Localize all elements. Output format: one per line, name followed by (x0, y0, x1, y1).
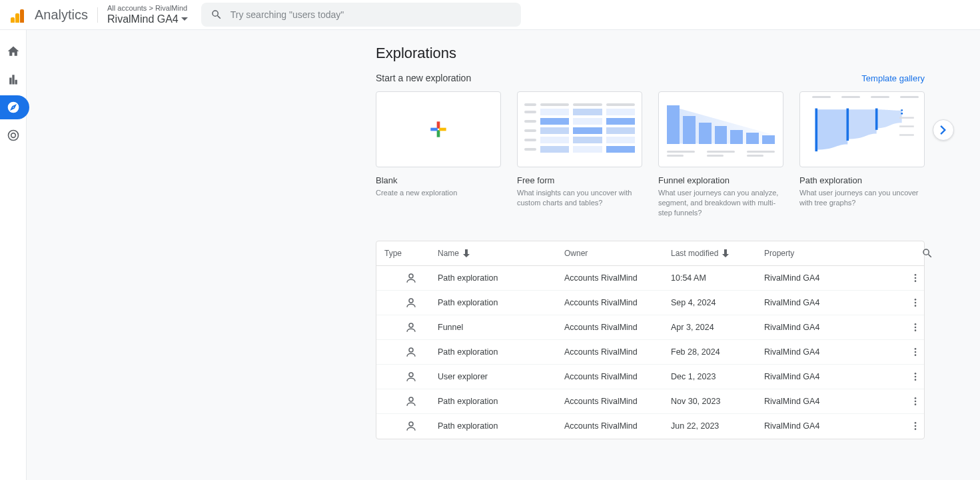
nav-rail (0, 30, 27, 480)
cell-name: User explorer (438, 372, 564, 381)
table-row[interactable]: Path explorationAccounts RivalMindNov 30… (376, 389, 924, 414)
more-vert-icon (910, 396, 921, 407)
col-owner[interactable]: Owner (564, 249, 671, 258)
search-input[interactable] (201, 3, 521, 27)
property-picker[interactable]: All accounts > RivalMind RivalMind GA4 (107, 4, 188, 25)
template-gallery-link[interactable]: Template gallery (861, 73, 925, 83)
row-actions-button[interactable] (897, 396, 933, 407)
row-actions-button[interactable] (897, 421, 933, 431)
table-row[interactable]: Path explorationAccounts RivalMindFeb 28… (376, 340, 924, 365)
more-vert-icon (910, 347, 921, 357)
page-subtitle: Start a new exploration (376, 73, 471, 83)
svg-point-35 (915, 400, 917, 402)
cell-type (384, 321, 438, 333)
row-actions-button[interactable] (897, 347, 933, 357)
svg-point-30 (915, 373, 917, 375)
template-freeform[interactable]: Free form What insights can you uncover … (517, 91, 642, 218)
cell-modified: Feb 28, 2024 (671, 347, 764, 357)
row-actions-button[interactable] (897, 371, 933, 382)
nav-home[interactable] (4, 42, 23, 61)
svg-rect-4 (430, 128, 438, 131)
cell-modified: Sep 4, 2024 (671, 298, 764, 307)
cell-type (384, 272, 438, 284)
template-cards: Blank Create a new exploration (376, 91, 943, 218)
app-header: Analytics All accounts > RivalMind Rival… (0, 0, 980, 30)
person-icon (405, 272, 417, 284)
card-desc: Create a new exploration (376, 188, 501, 198)
cell-property: RivalMind GA4 (764, 347, 897, 357)
svg-point-38 (915, 422, 917, 424)
svg-rect-10 (899, 117, 914, 118)
svg-point-29 (409, 373, 413, 377)
svg-rect-5 (439, 128, 446, 131)
col-property[interactable]: Property (764, 249, 897, 258)
card-title: Path exploration (799, 175, 925, 185)
table-row[interactable]: Path explorationAccounts RivalMindJun 22… (376, 414, 924, 439)
svg-point-22 (915, 323, 917, 325)
table-search-button[interactable] (921, 247, 933, 259)
table-header-row: Type Name Owner Last modified Property (376, 241, 924, 266)
table-row[interactable]: Path explorationAccounts RivalMind10:54 … (376, 266, 924, 291)
card-desc: What user journeys can you uncover with … (799, 188, 925, 208)
chevron-right-icon (940, 125, 947, 135)
svg-rect-8 (875, 109, 878, 130)
templates-next-button[interactable] (933, 119, 954, 141)
sort-arrow-down-icon (463, 249, 470, 257)
explore-icon (7, 101, 20, 114)
search-icon (921, 247, 933, 259)
cell-type (384, 371, 438, 383)
col-modified[interactable]: Last modified (671, 249, 764, 258)
row-actions-button[interactable] (897, 322, 933, 333)
plus-icon (429, 120, 448, 139)
col-type[interactable]: Type (384, 249, 438, 258)
person-icon (405, 346, 417, 358)
svg-point-24 (915, 329, 917, 331)
table-row[interactable]: FunnelAccounts RivalMindApr 3, 2024Rival… (376, 315, 924, 340)
table-row[interactable]: Path explorationAccounts RivalMindSep 4,… (376, 291, 924, 315)
row-actions-button[interactable] (897, 297, 933, 308)
svg-point-27 (915, 351, 917, 353)
cell-owner: Accounts RivalMind (564, 397, 671, 406)
svg-point-37 (409, 422, 413, 426)
svg-point-20 (915, 305, 917, 307)
person-icon (405, 395, 417, 407)
svg-point-1 (11, 133, 15, 138)
cell-name: Path exploration (438, 347, 564, 357)
svg-point-31 (915, 375, 917, 377)
breadcrumb-property: RivalMind GA4 (107, 13, 179, 25)
col-name[interactable]: Name (438, 249, 564, 258)
search-icon (211, 9, 223, 21)
row-actions-button[interactable] (897, 273, 933, 283)
template-blank[interactable]: Blank Create a new exploration (376, 91, 501, 218)
bar-chart-icon (7, 73, 20, 86)
nav-explore[interactable] (4, 98, 23, 117)
svg-point-36 (915, 403, 917, 405)
analytics-logo-icon (11, 7, 27, 23)
page-title: Explorations (376, 45, 925, 62)
svg-point-16 (915, 280, 917, 282)
cell-modified: Jun 22, 2023 (671, 421, 764, 431)
more-vert-icon (910, 297, 921, 308)
svg-rect-7 (846, 109, 849, 141)
svg-rect-3 (437, 130, 440, 137)
card-title: Blank (376, 175, 501, 185)
person-icon (405, 420, 417, 432)
nav-advertising[interactable] (4, 126, 23, 145)
more-vert-icon (910, 421, 921, 431)
nav-reports[interactable] (4, 70, 23, 89)
cell-property: RivalMind GA4 (764, 298, 897, 307)
more-vert-icon (910, 322, 921, 333)
cell-owner: Accounts RivalMind (564, 421, 671, 431)
cell-owner: Accounts RivalMind (564, 323, 671, 332)
cell-property: RivalMind GA4 (764, 372, 897, 381)
cell-type (384, 346, 438, 358)
card-desc: What insights can you uncover with custo… (517, 188, 642, 208)
svg-point-25 (409, 348, 413, 352)
cell-owner: Accounts RivalMind (564, 347, 671, 357)
template-funnel[interactable]: Funnel exploration What user journeys ca… (658, 91, 783, 218)
table-row[interactable]: User explorerAccounts RivalMindDec 1, 20… (376, 365, 924, 389)
main-content: Explorations Start a new exploration Tem… (27, 30, 980, 480)
cell-owner: Accounts RivalMind (564, 298, 671, 307)
cell-name: Path exploration (438, 273, 564, 283)
template-path[interactable]: Path exploration What user journeys can … (799, 91, 925, 218)
